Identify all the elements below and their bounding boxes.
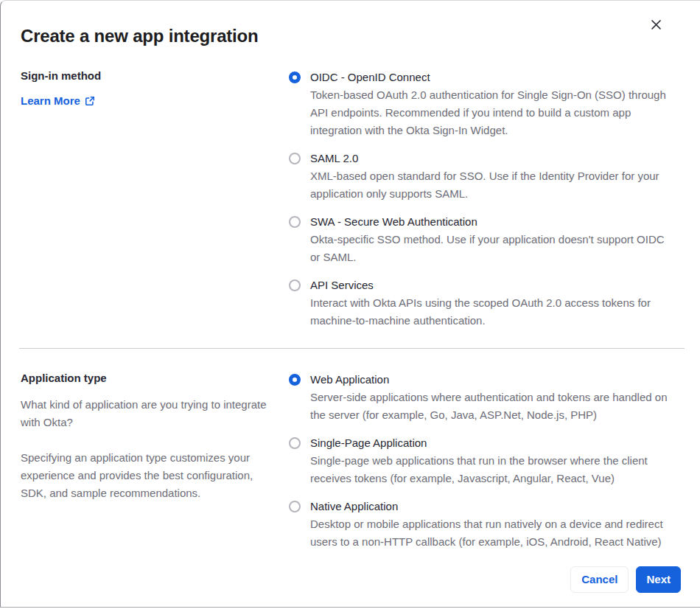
- option-oidc-label: OIDC - OpenID Connect: [310, 69, 669, 86]
- option-spa-label: Single-Page Application: [310, 434, 669, 452]
- option-spa[interactable]: Single-Page Application Single-page web …: [289, 434, 669, 487]
- application-type-label: Application type: [21, 371, 268, 386]
- option-native-application-description: Desktop or mobile applications that run …: [310, 515, 669, 551]
- learn-more-label: Learn More: [21, 94, 80, 108]
- close-x-glyph: [651, 19, 662, 30]
- option-api-services[interactable]: API Services Interact with Okta APIs usi…: [289, 277, 669, 330]
- option-spa-description: Single-page web applications that run in…: [310, 452, 669, 487]
- learn-more-link[interactable]: Learn More: [21, 94, 95, 108]
- option-saml[interactable]: SAML 2.0 XML-based open standard for SSO…: [289, 150, 669, 203]
- option-web-application[interactable]: Web Application Server-side applications…: [289, 371, 669, 424]
- application-type-section: Application type What kind of applicatio…: [1, 371, 700, 551]
- radio-spa[interactable]: [289, 437, 301, 449]
- signin-method-left-column: Sign-in method Learn More: [21, 69, 268, 108]
- external-link-icon: [85, 96, 95, 106]
- option-saml-label: SAML 2.0: [310, 150, 669, 167]
- application-type-left-column: Application type What kind of applicatio…: [21, 371, 268, 502]
- option-oidc-description: Token-based OAuth 2.0 authentication for…: [310, 86, 669, 139]
- cancel-button[interactable]: Cancel: [570, 566, 629, 593]
- next-button[interactable]: Next: [636, 566, 681, 593]
- radio-native-application[interactable]: [289, 501, 301, 512]
- option-swa-description: Okta-specific SSO method. Use if your ap…: [310, 231, 669, 266]
- application-type-options: Web Application Server-side applications…: [289, 371, 669, 551]
- option-oidc[interactable]: OIDC - OpenID Connect Token-based OAuth …: [289, 69, 669, 139]
- option-native-application[interactable]: Native Application Desktop or mobile app…: [289, 498, 669, 551]
- radio-api-services[interactable]: [289, 279, 301, 291]
- radio-oidc[interactable]: [289, 72, 301, 83]
- radio-saml[interactable]: [289, 153, 301, 164]
- option-web-application-description: Server-side applications where authentic…: [310, 389, 669, 424]
- radio-swa[interactable]: [289, 216, 301, 228]
- option-native-application-label: Native Application: [310, 498, 669, 515]
- radio-web-application[interactable]: [289, 374, 301, 386]
- create-app-integration-dialog: Create a new app integration Sign-in met…: [0, 0, 700, 608]
- signin-method-label: Sign-in method: [21, 69, 268, 83]
- option-api-services-label: API Services: [310, 277, 669, 294]
- signin-method-options: OIDC - OpenID Connect Token-based OAuth …: [289, 69, 669, 330]
- option-api-services-description: Interact with Okta APIs using the scoped…: [310, 294, 669, 330]
- dialog-title: Create a new app integration: [1, 1, 700, 46]
- application-type-question: What kind of application are you trying …: [21, 396, 268, 431]
- close-icon[interactable]: [647, 15, 665, 33]
- option-web-application-label: Web Application: [310, 371, 669, 389]
- application-type-explanation: Specifying an application type customize…: [21, 449, 268, 502]
- signin-method-section: Sign-in method Learn More OIDC - OpenID …: [1, 69, 700, 330]
- option-swa-label: SWA - Secure Web Authentication: [310, 213, 669, 231]
- option-swa[interactable]: SWA - Secure Web Authentication Okta-spe…: [289, 213, 669, 266]
- option-saml-description: XML-based open standard for SSO. Use if …: [310, 167, 669, 203]
- dialog-footer: Cancel Next: [570, 566, 681, 593]
- section-divider: [19, 348, 685, 349]
